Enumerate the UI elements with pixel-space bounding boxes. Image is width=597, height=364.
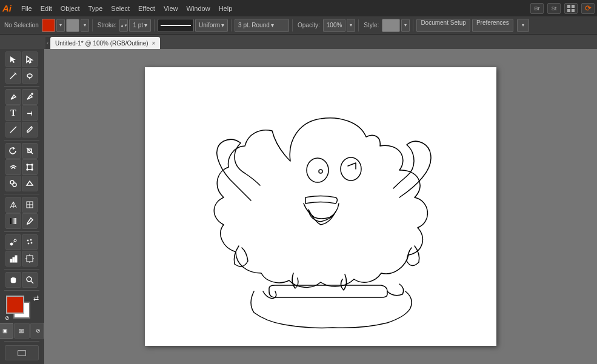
document-tab[interactable]: Untitled-1* @ 100% (RGB/Outline) × — [50, 37, 160, 49]
artboard-tool[interactable] — [22, 251, 38, 266]
paintbrush-tool[interactable] — [22, 122, 38, 137]
pen-tool[interactable] — [5, 89, 21, 105]
shape-builder-tool[interactable] — [5, 176, 21, 191]
free-transform-tool[interactable] — [22, 159, 38, 175]
tool-row-8 — [5, 176, 38, 191]
opacity-value[interactable]: 100% — [323, 19, 346, 32]
bridge-icon[interactable]: Br — [530, 3, 544, 14]
brush-size-btn[interactable]: 3 pt. Round ▾ — [235, 19, 289, 32]
menu-window[interactable]: Window — [183, 4, 214, 13]
vertical-type-tool[interactable]: T — [22, 105, 38, 121]
stroke-up[interactable]: ▲▼ — [119, 19, 128, 32]
stroke-preview — [158, 19, 194, 32]
svg-point-36 — [31, 242, 32, 243]
menu-file[interactable]: File — [18, 4, 36, 13]
preferences-button[interactable]: Preferences — [472, 19, 513, 32]
tool-row-2 — [5, 68, 38, 84]
none-color-icon[interactable]: ⊘ — [5, 315, 10, 321]
divider-1 — [92, 19, 93, 31]
svg-rect-3 — [572, 9, 575, 12]
zoom-tool[interactable] — [22, 272, 38, 288]
app-logo: Ai — [2, 3, 12, 13]
magic-wand-tool[interactable] — [5, 68, 21, 84]
column-graph-tool[interactable] — [5, 251, 21, 266]
menu-effect[interactable]: Effect — [135, 4, 159, 13]
swap-colors-icon[interactable]: ⇄ — [33, 294, 39, 302]
tab-title: Untitled-1* @ 100% (RGB/Outline) — [55, 40, 148, 47]
gradient-mode-btn[interactable]: ▨ — [14, 323, 30, 339]
sep-2 — [4, 140, 39, 141]
menu-edit[interactable]: Edit — [37, 4, 56, 13]
menubar-right-icons: Br St ⟳ — [530, 3, 595, 14]
artboard — [145, 67, 496, 346]
stroke-color-dropdown[interactable]: ▾ — [81, 19, 89, 32]
stroke-line — [161, 25, 191, 26]
grid-icon[interactable] — [564, 3, 578, 14]
symbol-sprayer-tool[interactable] — [22, 234, 38, 250]
stock-icon[interactable]: St — [547, 3, 561, 14]
svg-point-49 — [319, 170, 322, 173]
fill-swatch[interactable] — [6, 296, 24, 314]
add-anchor-tool[interactable] — [22, 89, 38, 105]
screen-mode-btn[interactable] — [5, 345, 39, 360]
artwork-svg — [145, 67, 496, 346]
svg-rect-38 — [13, 257, 15, 262]
svg-rect-1 — [572, 5, 575, 8]
type-tool[interactable]: T — [5, 105, 21, 121]
stroke-color-btn[interactable] — [66, 19, 79, 32]
selection-tool[interactable] — [5, 51, 21, 67]
eyedropper-tool[interactable] — [22, 213, 38, 229]
divider-5 — [358, 19, 359, 31]
lasso-tool[interactable] — [22, 68, 38, 84]
svg-rect-0 — [567, 5, 570, 8]
opacity-dropdown[interactable]: ▾ — [347, 19, 355, 32]
svg-rect-29 — [10, 218, 16, 224]
style-label: Style: — [362, 22, 381, 28]
svg-point-35 — [28, 243, 29, 244]
svg-point-50 — [341, 157, 361, 180]
rotate-tool[interactable] — [5, 143, 21, 159]
tool-row-13 — [5, 272, 38, 288]
stroke-label: Stroke: — [96, 22, 119, 28]
mesh-tool[interactable] — [22, 197, 38, 213]
warp-tool[interactable] — [5, 159, 21, 175]
tab-bar: ‹ Untitled-1* @ 100% (RGB/Outline) × — [0, 35, 597, 49]
canvas-area[interactable] — [44, 49, 597, 364]
fill-color-btn[interactable] — [42, 19, 55, 32]
stroke-preview-group: Uniform ▾ — [158, 19, 228, 32]
tool-row-3 — [5, 89, 38, 105]
uniform-btn[interactable]: Uniform ▾ — [195, 19, 228, 32]
doc-setup-button[interactable]: Document Setup — [416, 19, 470, 32]
menu-view[interactable]: View — [160, 4, 182, 13]
scale-tool[interactable] — [22, 143, 38, 159]
style-group: Style: ▾ — [362, 19, 410, 32]
hand-tool[interactable] — [5, 272, 21, 288]
tab-close-btn[interactable]: × — [152, 40, 156, 47]
line-tool[interactable] — [5, 122, 21, 137]
svg-point-34 — [30, 239, 32, 240]
live-paint-bucket-tool[interactable] — [22, 176, 38, 191]
menu-object[interactable]: Object — [57, 4, 84, 13]
perspective-grid-tool[interactable] — [5, 197, 21, 213]
toolbar-more[interactable]: ▾ — [517, 19, 529, 32]
tab-scroll-left[interactable]: ‹ — [45, 37, 50, 49]
menu-help[interactable]: Help — [215, 4, 236, 13]
stroke-value[interactable]: 1 pt ▾ — [129, 19, 151, 32]
svg-point-31 — [14, 239, 16, 242]
sep-3 — [4, 194, 39, 194]
gradient-tool[interactable] — [5, 213, 21, 229]
sep-5 — [4, 269, 39, 270]
selection-label: No Selection — [2, 22, 41, 28]
style-dropdown[interactable]: ▾ — [401, 19, 410, 32]
stroke-group: Stroke: ▲▼ 1 pt ▾ — [96, 19, 151, 32]
color-mode-btn[interactable]: ▣ — [0, 323, 13, 339]
fill-dropdown[interactable]: ▾ — [56, 19, 65, 32]
menu-type[interactable]: Type — [85, 4, 107, 13]
svg-line-46 — [31, 281, 33, 283]
tool-row-5 — [5, 122, 38, 137]
direct-selection-tool[interactable] — [22, 51, 38, 67]
blend-tool[interactable] — [5, 234, 21, 250]
sync-icon[interactable]: ⟳ — [581, 3, 595, 14]
menu-select[interactable]: Select — [107, 4, 133, 13]
tool-row-6 — [5, 143, 38, 159]
